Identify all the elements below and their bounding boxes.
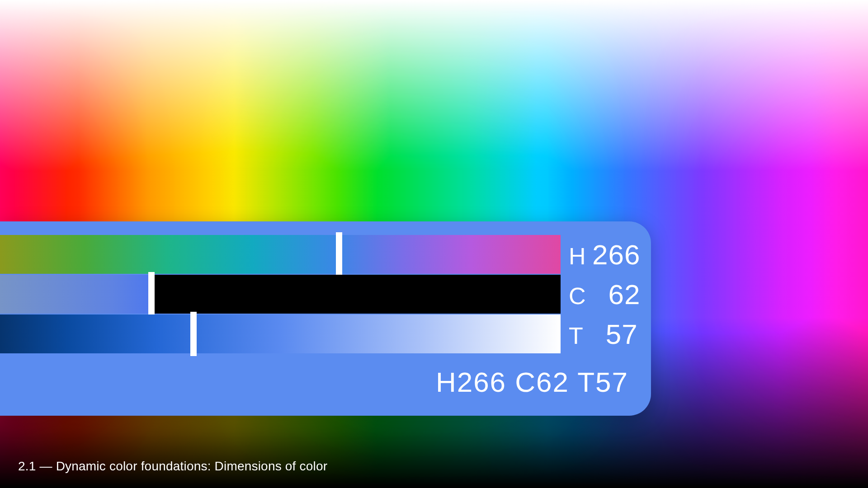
chroma-label: C [569, 282, 586, 310]
hue-row: H 266 [0, 235, 651, 274]
hct-summary: H266 C62 T57 [0, 366, 651, 398]
tone-readout: T 57 [561, 318, 646, 350]
chroma-value: 62 [591, 278, 641, 310]
hue-slider-track[interactable] [0, 235, 561, 274]
chroma-readout: C 62 [561, 278, 646, 310]
chroma-row: C 62 [0, 275, 651, 314]
tone-slider-thumb[interactable] [190, 312, 197, 356]
chroma-slider-track[interactable] [0, 275, 561, 314]
hue-value: 266 [591, 239, 641, 271]
tone-label: T [569, 322, 584, 349]
hue-slider-thumb[interactable] [336, 232, 342, 277]
tone-slider-track[interactable] [0, 314, 561, 353]
hue-label: H [569, 243, 586, 270]
tone-value: 57 [588, 318, 638, 350]
tone-row: T 57 [0, 314, 651, 353]
chroma-slider-thumb[interactable] [148, 272, 155, 316]
caption: 2.1 — Dynamic color foundations: Dimensi… [18, 459, 327, 474]
hct-panel: H 266 C 62 T 57 H266 C62 T57 [0, 221, 651, 416]
hue-readout: H 266 [561, 239, 646, 271]
